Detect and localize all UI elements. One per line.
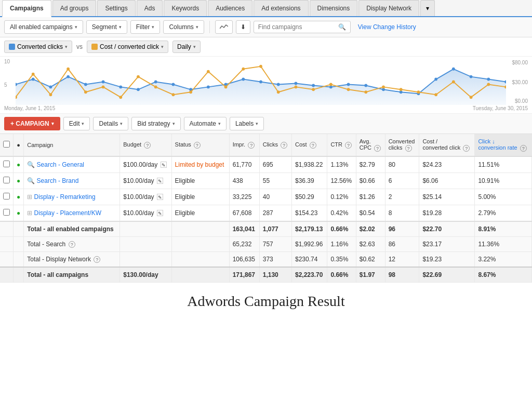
- total-display-ctr: 0.35%: [327, 251, 356, 267]
- svg-point-25: [434, 78, 437, 81]
- vs-text: vs: [76, 43, 83, 50]
- chart-toggle-button[interactable]: [215, 20, 233, 34]
- budget-edit-icon-4[interactable]: ✎: [157, 210, 163, 216]
- segment-button[interactable]: Segment ▾: [86, 20, 127, 34]
- budget-edit-icon[interactable]: ✎: [161, 162, 167, 168]
- click-conv-rate-help-icon[interactable]: ?: [520, 145, 527, 152]
- total-search-help-icon[interactable]: ?: [69, 241, 75, 248]
- tab-audiences[interactable]: Audiences: [208, 0, 252, 16]
- tab-adgroups[interactable]: Ad groups: [52, 0, 97, 16]
- campaign-link-search-general[interactable]: Search - General: [37, 161, 84, 168]
- row3-converted-clicks: 2: [385, 189, 419, 205]
- campaign-link-search-brand[interactable]: Search - Brand: [37, 177, 79, 184]
- row2-checkbox[interactable]: [0, 172, 14, 189]
- row3-status: Eligible: [171, 189, 229, 205]
- period-label: Daily: [177, 43, 191, 50]
- add-campaign-button[interactable]: + CAMPAIGN ▾: [4, 117, 60, 130]
- svg-point-4: [66, 75, 70, 78]
- row1-ctr: 1.13%: [327, 156, 356, 173]
- budget-edit-icon-3[interactable]: ✎: [157, 194, 163, 200]
- tab-more[interactable]: ▾: [420, 0, 435, 16]
- row2-clicks: 55: [259, 172, 291, 189]
- view-history-link[interactable]: View Change History: [358, 23, 416, 31]
- tab-settings[interactable]: Settings: [97, 0, 135, 16]
- row3-checkbox[interactable]: [0, 189, 14, 205]
- svg-point-17: [295, 82, 298, 85]
- svg-point-34: [84, 90, 87, 94]
- edit-button[interactable]: Edit ▾: [63, 117, 90, 130]
- total-display-help-icon[interactable]: ?: [94, 256, 100, 263]
- labels-button[interactable]: Labels ▾: [230, 117, 264, 130]
- search-icon[interactable]: 🔍: [338, 23, 346, 31]
- total-search-cost-conv: $23.17: [419, 236, 475, 251]
- ctr-help-icon[interactable]: ?: [345, 142, 352, 149]
- bid-strategy-button[interactable]: Bid strategy ▾: [131, 117, 180, 130]
- chart-y-left-mid: 5: [4, 82, 7, 88]
- chart-svg: [16, 59, 506, 105]
- row2-ctr: 12.56%: [327, 172, 356, 189]
- all-campaigns-filter[interactable]: All enabled campaigns ▾: [4, 20, 83, 34]
- header-cost: Cost ?: [291, 134, 327, 156]
- tab-campaigns[interactable]: Campaigns: [2, 0, 51, 17]
- tab-displaynetwork[interactable]: Display Network: [358, 0, 419, 16]
- metric2-button[interactable]: Cost / converted click ▾: [87, 41, 168, 53]
- filter-arrow: ▾: [152, 24, 154, 30]
- total-display-cost: $230.74: [291, 251, 327, 267]
- final-total-ctr: 0.66%: [327, 267, 356, 283]
- svg-point-56: [470, 96, 473, 99]
- svg-point-36: [119, 96, 122, 99]
- svg-point-10: [172, 83, 175, 86]
- download-button[interactable]: ⬇: [236, 20, 250, 34]
- search-input[interactable]: [258, 23, 336, 31]
- tab-keywords[interactable]: Keywords: [164, 0, 207, 16]
- svg-point-8: [137, 88, 140, 91]
- total-search-ctr: 1.16%: [327, 236, 356, 251]
- details-button[interactable]: Details ▾: [93, 117, 128, 130]
- row4-click-conv-rate: 2.79%: [475, 205, 532, 221]
- header-dot: ●: [14, 134, 24, 156]
- row1-checkbox[interactable]: [0, 156, 14, 173]
- total-display-conv-rate: 3.22%: [475, 251, 532, 267]
- campaign-link-display-placement[interactable]: Display - Placement/KW: [34, 209, 101, 217]
- columns-button[interactable]: Columns ▾: [163, 20, 204, 34]
- select-all-checkbox[interactable]: [3, 141, 10, 148]
- cost-help-icon[interactable]: ?: [310, 142, 316, 149]
- converted-clicks-help-icon[interactable]: ?: [405, 145, 412, 152]
- chart-date-left: Monday, June 1, 2015: [4, 105, 55, 111]
- total-row-search: Total - Search ? 65,232 757 $1,992.96 1.…: [0, 236, 532, 251]
- header-impr: Impr. ?: [229, 134, 259, 156]
- row4-checkbox[interactable]: [0, 205, 14, 221]
- period-button[interactable]: Daily ▾: [172, 41, 201, 53]
- filter-button[interactable]: Filter ▾: [130, 20, 161, 34]
- tab-adextensions[interactable]: Ad extensions: [254, 0, 308, 16]
- cost-converted-help-icon[interactable]: ?: [463, 145, 470, 152]
- tab-ads[interactable]: Ads: [137, 0, 163, 16]
- svg-point-39: [172, 93, 175, 96]
- row3-campaign: ⊞ Display - Remarketing: [24, 189, 120, 205]
- row4-status: Eligible: [171, 205, 229, 221]
- display-icon-row4: ⊞: [27, 209, 32, 217]
- table-row: ● 🔍 Search - Brand $10.00/day ✎ Eligible…: [0, 172, 532, 189]
- row3-budget: $10.00/day ✎: [120, 189, 171, 205]
- row2-avg-cpc: $0.66: [356, 172, 385, 189]
- svg-point-47: [312, 88, 315, 91]
- budget-edit-icon-2[interactable]: ✎: [157, 178, 163, 184]
- status-limited[interactable]: Limited by budget: [175, 161, 224, 168]
- status-help-icon[interactable]: ?: [194, 142, 201, 149]
- avg-cpc-help-icon[interactable]: ?: [374, 145, 381, 152]
- metric1-button[interactable]: Converted clicks ▾: [4, 41, 72, 53]
- total-search-converted: 86: [385, 236, 419, 251]
- automate-button[interactable]: Automate ▾: [184, 117, 227, 130]
- campaign-link-display-remarketing[interactable]: Display - Remarketing: [34, 193, 96, 201]
- row3-impr: 33,225: [229, 189, 259, 205]
- budget-help-icon[interactable]: ?: [144, 142, 151, 149]
- clicks-help-icon[interactable]: ?: [281, 142, 287, 149]
- row1-cost-converted: $24.23: [419, 156, 475, 173]
- page-footer: Adwords Campaign Result: [0, 283, 532, 320]
- svg-point-18: [312, 84, 315, 87]
- header-checkbox[interactable]: [0, 134, 14, 156]
- tab-dimensions[interactable]: Dimensions: [310, 0, 358, 16]
- header-click-conv-rate[interactable]: Click ↓conversion rate ?: [475, 134, 532, 156]
- final-total-budget: $130.00/day: [120, 267, 171, 283]
- impr-help-icon[interactable]: ?: [248, 142, 255, 149]
